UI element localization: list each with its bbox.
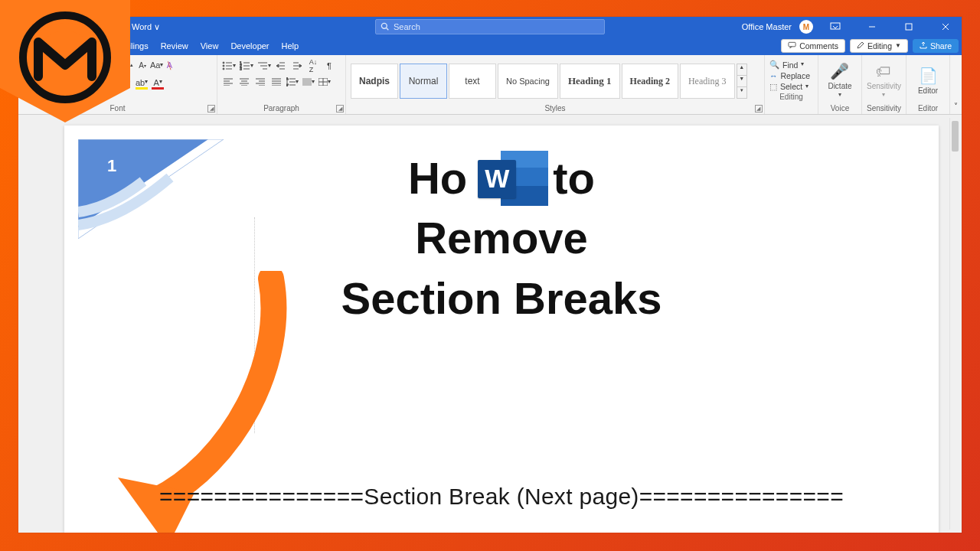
ribbon-display-icon[interactable]: [821, 17, 850, 37]
collapse-ribbon-button[interactable]: ˅: [949, 55, 962, 114]
vertical-scrollbar[interactable]: [949, 118, 960, 530]
select-button[interactable]: ⬚Select▾: [769, 82, 813, 91]
style-heading2[interactable]: Heading 2: [622, 64, 678, 99]
search-placeholder: Search: [394, 22, 420, 31]
comment-icon: [788, 41, 796, 51]
chevron-down-icon: ▼: [895, 42, 901, 49]
maximize-button[interactable]: [894, 17, 923, 37]
style-nadpis[interactable]: Nadpis: [351, 64, 398, 99]
share-icon: [920, 41, 927, 51]
user-label[interactable]: Office Master: [742, 22, 792, 31]
minimize-button[interactable]: [858, 17, 887, 37]
replace-icon: ↔: [769, 71, 778, 80]
share-label: Share: [930, 41, 952, 51]
editing-label: Editing: [867, 41, 892, 51]
search-icon: [381, 22, 389, 32]
font-color-button[interactable]: A▾: [152, 77, 164, 90]
svg-point-2: [381, 23, 387, 28]
svg-marker-53: [286, 77, 289, 80]
paragraph-dialog-launcher[interactable]: ◢: [336, 105, 344, 112]
search-icon: 🔍: [769, 60, 779, 70]
tab-developer[interactable]: Developer: [230, 41, 269, 51]
tab-view[interactable]: View: [201, 41, 219, 51]
sort-button[interactable]: A↓Z: [307, 60, 319, 72]
line-spacing-button[interactable]: ▾: [286, 76, 299, 88]
group-label-paragraph: Paragraph: [222, 103, 341, 114]
group-voice: 🎤 Dictate ▾ Voice: [818, 55, 862, 114]
clear-format-button[interactable]: A⧹: [165, 59, 177, 71]
user-avatar[interactable]: M: [799, 20, 813, 34]
svg-point-14: [223, 68, 224, 70]
pencil-icon: [857, 41, 864, 51]
group-label-editor: Editor: [911, 103, 945, 114]
headline-remove: Remove: [64, 208, 939, 268]
group-editor: 📄 Editor Editor: [906, 55, 949, 114]
svg-marker-32: [299, 64, 302, 67]
editing-mode-button[interactable]: Editing ▼: [850, 39, 908, 53]
editor-button[interactable]: 📄 Editor: [911, 58, 945, 103]
shading-button[interactable]: ▾: [302, 76, 315, 88]
tab-review[interactable]: Review: [161, 41, 188, 51]
change-case-button[interactable]: Aa▾: [150, 59, 163, 71]
section-break-marker: ===============Section Break (Next page)…: [87, 484, 916, 510]
headline-ho: Ho: [408, 148, 467, 208]
group-label-sensitivity: Sensitivity: [867, 103, 901, 114]
replace-button[interactable]: ↔Replace: [769, 71, 813, 80]
numbering-button[interactable]: 123▾: [240, 60, 253, 72]
svg-point-12: [223, 65, 224, 67]
svg-point-10: [223, 62, 224, 64]
styles-gallery-scroll[interactable]: ▲ ▼ ▾: [737, 64, 747, 99]
tab-help[interactable]: Help: [282, 41, 299, 51]
ribbon: ri (Body)▼ 11▼ A▴ A▾ Aa▾ A⧹ B I U▾ ab x2: [18, 55, 962, 115]
group-paragraph: ▾ 123▾ ▾ A↓Z ¶ ▾ ▾ ▾ Par: [217, 55, 346, 114]
sensitivity-button[interactable]: 🏷 Sensitivity ▾: [867, 58, 901, 103]
svg-rect-9: [789, 42, 795, 47]
page-number: 1: [107, 156, 116, 176]
search-input[interactable]: Search: [375, 19, 605, 34]
svg-text:3: 3: [240, 67, 242, 70]
find-button[interactable]: 🔍Find▾: [769, 60, 813, 70]
group-sensitivity: 🏷 Sensitivity ▾ Sensitivity: [862, 55, 906, 114]
document-page[interactable]: 1 Ho W to Remove Section Breaks: [64, 126, 939, 533]
multilevel-button[interactable]: ▾: [257, 60, 271, 72]
dictate-button[interactable]: 🎤 Dictate ▾: [823, 58, 857, 103]
svg-marker-28: [276, 64, 279, 67]
group-label-voice: Voice: [823, 103, 857, 114]
group-label-styles: Styles: [351, 103, 760, 114]
word-window: e Section Break in Microsoft Word ∨ Sear…: [18, 17, 962, 533]
style-heading1[interactable]: Heading 1: [560, 64, 620, 99]
align-right-button[interactable]: [254, 76, 266, 88]
style-heading3[interactable]: Heading 3: [680, 64, 735, 99]
highlight-button[interactable]: ab▾: [136, 77, 148, 90]
align-left-button[interactable]: [222, 76, 234, 88]
align-center-button[interactable]: [238, 76, 250, 88]
mic-icon: 🎤: [830, 62, 849, 80]
font-dialog-launcher[interactable]: ◢: [207, 105, 215, 112]
style-text[interactable]: text: [449, 64, 496, 99]
channel-badge: [0, 0, 130, 122]
style-nospacing[interactable]: No Spacing: [498, 64, 558, 99]
show-marks-button[interactable]: ¶: [323, 60, 335, 72]
comments-button[interactable]: Comments: [781, 39, 845, 53]
style-normal[interactable]: Normal: [400, 64, 447, 99]
editor-icon: 📄: [919, 67, 938, 85]
styles-dialog-launcher[interactable]: ◢: [755, 105, 763, 112]
tag-icon: 🏷: [876, 63, 891, 80]
svg-rect-55: [302, 78, 312, 86]
justify-button[interactable]: [270, 76, 283, 88]
group-editing: 🔍Find▾ ↔Replace ⬚Select▾ Editing: [765, 55, 818, 114]
scrollbar-thumb[interactable]: [952, 121, 959, 152]
increase-indent-button[interactable]: [291, 60, 303, 72]
titlebar: e Section Break in Microsoft Word ∨ Sear…: [18, 17, 962, 37]
shrink-font-button[interactable]: A▾: [136, 59, 149, 71]
headline: Ho W to Remove Section Breaks: [64, 148, 939, 328]
borders-button[interactable]: ▾: [318, 76, 331, 88]
word-logo-icon: W: [472, 151, 548, 206]
ribbon-tabs: Layout References Mailings Review View D…: [18, 37, 962, 55]
document-area: 1 Ho W to Remove Section Breaks: [18, 115, 962, 533]
share-button[interactable]: Share: [913, 39, 959, 53]
decrease-indent-button[interactable]: [275, 60, 287, 72]
bullets-button[interactable]: ▾: [222, 60, 236, 72]
headline-sectionbreaks: Section Breaks: [64, 269, 939, 328]
close-button[interactable]: [931, 17, 960, 37]
